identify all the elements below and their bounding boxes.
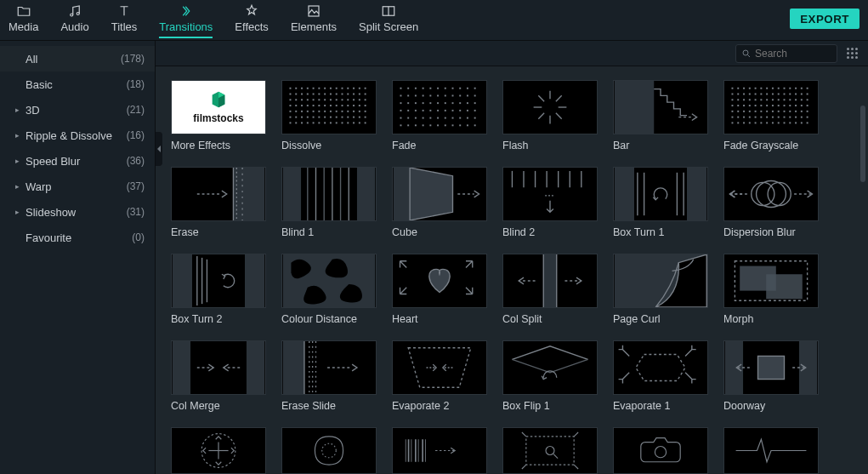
transition-thumb[interactable] — [613, 167, 708, 221]
nav-elements[interactable]: Elements — [291, 3, 337, 38]
transition-thumb[interactable] — [281, 340, 377, 395]
nav-transitions[interactable]: Transitions — [159, 3, 213, 38]
transition-thumb[interactable] — [502, 340, 598, 395]
sidebar-item-speed-blur[interactable]: ▸Speed Blur(36) — [0, 148, 155, 174]
export-button[interactable]: EXPORT — [790, 9, 859, 29]
transition-thumb[interactable] — [281, 167, 377, 221]
sidebar-item-all[interactable]: All(178) — [0, 46, 155, 71]
nav-titles[interactable]: Titles — [111, 3, 138, 38]
svg-point-0 — [71, 14, 73, 16]
svg-rect-218 — [795, 99, 797, 100]
svg-rect-14 — [342, 88, 343, 89]
sidebar-item-ripple-dissolve[interactable]: ▸Ripple & Dissolve(16) — [0, 123, 155, 148]
content-toolbar — [156, 41, 868, 66]
scrollbar-thumb[interactable] — [860, 106, 865, 182]
svg-rect-117 — [423, 94, 424, 96]
svg-rect-264 — [737, 122, 739, 123]
svg-rect-325 — [766, 274, 803, 299]
svg-rect-63 — [301, 111, 303, 112]
transition-label: Colour Distance — [281, 313, 377, 325]
transition-cell: Dispersion Blur — [723, 167, 819, 238]
svg-point-308 — [768, 182, 791, 205]
svg-rect-19 — [290, 94, 292, 95]
svg-rect-223 — [743, 105, 745, 106]
svg-rect-129 — [429, 102, 431, 104]
transition-thumb[interactable] — [392, 254, 487, 308]
svg-rect-166 — [459, 124, 461, 126]
svg-rect-94 — [318, 122, 320, 123]
splitscreen-icon — [381, 3, 396, 19]
transition-thumb[interactable] — [171, 427, 266, 474]
folder-icon — [16, 3, 31, 19]
svg-rect-270 — [772, 122, 774, 123]
transition-thumb[interactable] — [502, 80, 598, 134]
transition-cell: Erase Slide — [281, 340, 377, 412]
svg-rect-110 — [452, 88, 454, 89]
sidebar-item-3d[interactable]: ▸3D(21) — [0, 97, 155, 123]
transition-thumb[interactable] — [723, 427, 819, 474]
svg-rect-46 — [365, 99, 366, 100]
svg-rect-327 — [173, 341, 190, 394]
transition-thumb[interactable] — [392, 80, 487, 134]
chevron-right-icon: ▸ — [15, 106, 20, 114]
transition-thumb[interactable] — [613, 340, 708, 395]
transition-thumb[interactable] — [392, 427, 487, 474]
sidebar-item-slideshow[interactable]: ▸Slideshow(31) — [0, 199, 155, 225]
sidebar-item-warp[interactable]: ▸Warp(37) — [0, 174, 155, 199]
svg-rect-65 — [313, 111, 315, 112]
grid-scroll-area[interactable]: filmstocksMore EffectsDissolveFadeFlashB… — [156, 66, 868, 474]
transition-thumb[interactable] — [502, 254, 598, 308]
transition-thumb[interactable] — [613, 80, 708, 134]
svg-rect-267 — [755, 122, 757, 123]
transition-thumb[interactable] — [392, 167, 487, 221]
svg-rect-95 — [324, 122, 326, 123]
svg-rect-245 — [789, 111, 791, 112]
svg-rect-137 — [407, 110, 409, 111]
transition-thumb[interactable] — [281, 80, 377, 134]
nav-label: Elements — [291, 20, 337, 33]
transition-thumb[interactable] — [613, 427, 708, 474]
svg-rect-262 — [807, 117, 808, 118]
svg-rect-232 — [795, 105, 797, 106]
svg-rect-90 — [295, 122, 297, 123]
svg-rect-227 — [766, 105, 768, 106]
transition-label: Blind 1 — [281, 226, 377, 238]
svg-rect-108 — [437, 88, 439, 89]
transition-thumb[interactable] — [723, 254, 819, 308]
music-icon — [67, 3, 82, 19]
transition-thumb[interactable] — [281, 254, 377, 308]
svg-line-174 — [538, 95, 544, 101]
svg-rect-61 — [290, 111, 292, 112]
search-input[interactable] — [755, 48, 831, 60]
nav-audio[interactable]: Audio — [60, 3, 88, 38]
svg-rect-87 — [359, 117, 360, 118]
transition-thumb-filmstocks[interactable]: filmstocks — [171, 80, 266, 134]
svg-rect-250 — [737, 117, 739, 118]
transition-thumb[interactable] — [171, 340, 266, 395]
sidebar-item-favourite[interactable]: Favourite(0) — [0, 225, 155, 250]
transition-thumb[interactable] — [502, 427, 598, 474]
sidebar-collapse-handle[interactable] — [156, 132, 162, 166]
transition-thumb[interactable] — [392, 340, 487, 395]
transition-cell: Fade Grayscale — [723, 80, 819, 151]
transition-thumb[interactable] — [723, 340, 819, 395]
svg-rect-199 — [766, 94, 768, 95]
svg-rect-62 — [295, 111, 297, 112]
transition-thumb[interactable] — [502, 167, 598, 221]
transition-thumb[interactable] — [613, 254, 708, 308]
transition-thumb[interactable] — [723, 80, 819, 134]
nav-effects[interactable]: Effects — [235, 3, 269, 38]
transition-thumb[interactable] — [723, 167, 819, 221]
nav-media[interactable]: Media — [9, 3, 38, 38]
transition-thumb[interactable] — [171, 254, 266, 308]
nav-splitscreen[interactable]: Split Screen — [359, 3, 418, 38]
transition-thumb[interactable] — [281, 427, 377, 474]
transition-thumb[interactable] — [171, 167, 266, 221]
svg-rect-207 — [732, 99, 734, 100]
filmstocks-brand-text: filmstocks — [193, 112, 243, 124]
sidebar-item-basic[interactable]: Basic(18) — [0, 71, 155, 97]
svg-rect-256 — [772, 117, 774, 118]
svg-rect-16 — [353, 88, 355, 89]
search-box[interactable] — [735, 44, 837, 63]
view-options-button[interactable] — [844, 46, 859, 61]
